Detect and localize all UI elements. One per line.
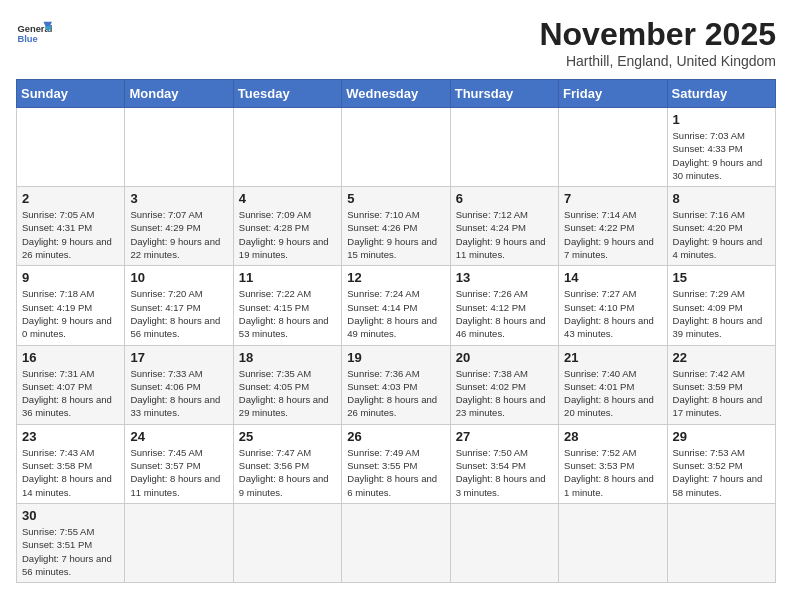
calendar-day-cell: 8Sunrise: 7:16 AMSunset: 4:20 PMDaylight… bbox=[667, 187, 775, 266]
day-info: Sunrise: 7:36 AMSunset: 4:03 PMDaylight:… bbox=[347, 367, 444, 420]
calendar-week-row: 23Sunrise: 7:43 AMSunset: 3:58 PMDayligh… bbox=[17, 424, 776, 503]
day-number: 19 bbox=[347, 350, 444, 365]
calendar-day-cell bbox=[450, 108, 558, 187]
day-info: Sunrise: 7:14 AMSunset: 4:22 PMDaylight:… bbox=[564, 208, 661, 261]
day-number: 17 bbox=[130, 350, 227, 365]
weekday-header-friday: Friday bbox=[559, 80, 667, 108]
day-number: 29 bbox=[673, 429, 770, 444]
calendar-day-cell: 27Sunrise: 7:50 AMSunset: 3:54 PMDayligh… bbox=[450, 424, 558, 503]
day-info: Sunrise: 7:27 AMSunset: 4:10 PMDaylight:… bbox=[564, 287, 661, 340]
weekday-header-saturday: Saturday bbox=[667, 80, 775, 108]
day-info: Sunrise: 7:45 AMSunset: 3:57 PMDaylight:… bbox=[130, 446, 227, 499]
day-number: 1 bbox=[673, 112, 770, 127]
day-info: Sunrise: 7:35 AMSunset: 4:05 PMDaylight:… bbox=[239, 367, 336, 420]
day-info: Sunrise: 7:05 AMSunset: 4:31 PMDaylight:… bbox=[22, 208, 119, 261]
day-info: Sunrise: 7:31 AMSunset: 4:07 PMDaylight:… bbox=[22, 367, 119, 420]
day-info: Sunrise: 7:50 AMSunset: 3:54 PMDaylight:… bbox=[456, 446, 553, 499]
day-info: Sunrise: 7:22 AMSunset: 4:15 PMDaylight:… bbox=[239, 287, 336, 340]
calendar-title: November 2025 bbox=[539, 16, 776, 53]
weekday-header-row: SundayMondayTuesdayWednesdayThursdayFrid… bbox=[17, 80, 776, 108]
day-info: Sunrise: 7:33 AMSunset: 4:06 PMDaylight:… bbox=[130, 367, 227, 420]
weekday-header-tuesday: Tuesday bbox=[233, 80, 341, 108]
day-number: 22 bbox=[673, 350, 770, 365]
calendar-week-row: 1Sunrise: 7:03 AMSunset: 4:33 PMDaylight… bbox=[17, 108, 776, 187]
calendar-day-cell: 15Sunrise: 7:29 AMSunset: 4:09 PMDayligh… bbox=[667, 266, 775, 345]
day-info: Sunrise: 7:53 AMSunset: 3:52 PMDaylight:… bbox=[673, 446, 770, 499]
day-info: Sunrise: 7:18 AMSunset: 4:19 PMDaylight:… bbox=[22, 287, 119, 340]
calendar-day-cell bbox=[125, 108, 233, 187]
calendar-day-cell bbox=[125, 503, 233, 582]
calendar-day-cell: 22Sunrise: 7:42 AMSunset: 3:59 PMDayligh… bbox=[667, 345, 775, 424]
day-number: 11 bbox=[239, 270, 336, 285]
calendar-day-cell: 9Sunrise: 7:18 AMSunset: 4:19 PMDaylight… bbox=[17, 266, 125, 345]
day-info: Sunrise: 7:26 AMSunset: 4:12 PMDaylight:… bbox=[456, 287, 553, 340]
calendar-day-cell: 3Sunrise: 7:07 AMSunset: 4:29 PMDaylight… bbox=[125, 187, 233, 266]
day-number: 30 bbox=[22, 508, 119, 523]
day-info: Sunrise: 7:49 AMSunset: 3:55 PMDaylight:… bbox=[347, 446, 444, 499]
calendar-day-cell: 7Sunrise: 7:14 AMSunset: 4:22 PMDaylight… bbox=[559, 187, 667, 266]
calendar-day-cell: 5Sunrise: 7:10 AMSunset: 4:26 PMDaylight… bbox=[342, 187, 450, 266]
day-number: 12 bbox=[347, 270, 444, 285]
day-info: Sunrise: 7:07 AMSunset: 4:29 PMDaylight:… bbox=[130, 208, 227, 261]
calendar-day-cell: 13Sunrise: 7:26 AMSunset: 4:12 PMDayligh… bbox=[450, 266, 558, 345]
calendar-day-cell: 23Sunrise: 7:43 AMSunset: 3:58 PMDayligh… bbox=[17, 424, 125, 503]
calendar-subtitle: Harthill, England, United Kingdom bbox=[539, 53, 776, 69]
day-number: 26 bbox=[347, 429, 444, 444]
day-info: Sunrise: 7:03 AMSunset: 4:33 PMDaylight:… bbox=[673, 129, 770, 182]
weekday-header-thursday: Thursday bbox=[450, 80, 558, 108]
day-number: 2 bbox=[22, 191, 119, 206]
calendar-day-cell: 28Sunrise: 7:52 AMSunset: 3:53 PMDayligh… bbox=[559, 424, 667, 503]
calendar-week-row: 9Sunrise: 7:18 AMSunset: 4:19 PMDaylight… bbox=[17, 266, 776, 345]
page-header: General Blue November 2025 Harthill, Eng… bbox=[16, 16, 776, 69]
calendar-day-cell: 18Sunrise: 7:35 AMSunset: 4:05 PMDayligh… bbox=[233, 345, 341, 424]
calendar-day-cell bbox=[667, 503, 775, 582]
calendar-day-cell bbox=[450, 503, 558, 582]
calendar-day-cell: 25Sunrise: 7:47 AMSunset: 3:56 PMDayligh… bbox=[233, 424, 341, 503]
day-number: 15 bbox=[673, 270, 770, 285]
day-number: 13 bbox=[456, 270, 553, 285]
calendar-week-row: 30Sunrise: 7:55 AMSunset: 3:51 PMDayligh… bbox=[17, 503, 776, 582]
weekday-header-sunday: Sunday bbox=[17, 80, 125, 108]
calendar-day-cell bbox=[342, 108, 450, 187]
calendar-day-cell bbox=[559, 503, 667, 582]
day-number: 14 bbox=[564, 270, 661, 285]
weekday-header-wednesday: Wednesday bbox=[342, 80, 450, 108]
calendar-day-cell: 19Sunrise: 7:36 AMSunset: 4:03 PMDayligh… bbox=[342, 345, 450, 424]
day-info: Sunrise: 7:42 AMSunset: 3:59 PMDaylight:… bbox=[673, 367, 770, 420]
day-number: 8 bbox=[673, 191, 770, 206]
day-info: Sunrise: 7:38 AMSunset: 4:02 PMDaylight:… bbox=[456, 367, 553, 420]
day-info: Sunrise: 7:09 AMSunset: 4:28 PMDaylight:… bbox=[239, 208, 336, 261]
day-number: 4 bbox=[239, 191, 336, 206]
day-number: 7 bbox=[564, 191, 661, 206]
calendar-day-cell bbox=[342, 503, 450, 582]
day-number: 3 bbox=[130, 191, 227, 206]
calendar-day-cell: 26Sunrise: 7:49 AMSunset: 3:55 PMDayligh… bbox=[342, 424, 450, 503]
logo: General Blue bbox=[16, 16, 52, 52]
calendar-day-cell: 24Sunrise: 7:45 AMSunset: 3:57 PMDayligh… bbox=[125, 424, 233, 503]
calendar-table: SundayMondayTuesdayWednesdayThursdayFrid… bbox=[16, 79, 776, 583]
day-number: 25 bbox=[239, 429, 336, 444]
day-info: Sunrise: 7:20 AMSunset: 4:17 PMDaylight:… bbox=[130, 287, 227, 340]
day-number: 10 bbox=[130, 270, 227, 285]
day-info: Sunrise: 7:40 AMSunset: 4:01 PMDaylight:… bbox=[564, 367, 661, 420]
day-info: Sunrise: 7:16 AMSunset: 4:20 PMDaylight:… bbox=[673, 208, 770, 261]
day-number: 20 bbox=[456, 350, 553, 365]
calendar-day-cell bbox=[559, 108, 667, 187]
logo-icon: General Blue bbox=[16, 16, 52, 52]
title-block: November 2025 Harthill, England, United … bbox=[539, 16, 776, 69]
calendar-day-cell: 2Sunrise: 7:05 AMSunset: 4:31 PMDaylight… bbox=[17, 187, 125, 266]
calendar-day-cell: 6Sunrise: 7:12 AMSunset: 4:24 PMDaylight… bbox=[450, 187, 558, 266]
day-info: Sunrise: 7:55 AMSunset: 3:51 PMDaylight:… bbox=[22, 525, 119, 578]
day-number: 28 bbox=[564, 429, 661, 444]
day-info: Sunrise: 7:29 AMSunset: 4:09 PMDaylight:… bbox=[673, 287, 770, 340]
day-number: 5 bbox=[347, 191, 444, 206]
calendar-day-cell bbox=[17, 108, 125, 187]
day-info: Sunrise: 7:24 AMSunset: 4:14 PMDaylight:… bbox=[347, 287, 444, 340]
day-info: Sunrise: 7:12 AMSunset: 4:24 PMDaylight:… bbox=[456, 208, 553, 261]
calendar-day-cell: 4Sunrise: 7:09 AMSunset: 4:28 PMDaylight… bbox=[233, 187, 341, 266]
calendar-day-cell: 10Sunrise: 7:20 AMSunset: 4:17 PMDayligh… bbox=[125, 266, 233, 345]
day-number: 6 bbox=[456, 191, 553, 206]
calendar-day-cell: 12Sunrise: 7:24 AMSunset: 4:14 PMDayligh… bbox=[342, 266, 450, 345]
calendar-day-cell: 29Sunrise: 7:53 AMSunset: 3:52 PMDayligh… bbox=[667, 424, 775, 503]
day-number: 27 bbox=[456, 429, 553, 444]
